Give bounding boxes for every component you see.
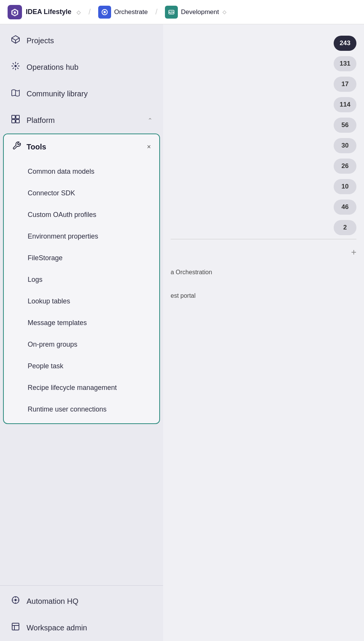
svg-point-6: [14, 65, 17, 67]
separator-1: /: [88, 8, 91, 16]
badge-56: 56: [334, 118, 356, 133]
content-area: 243 131 17 114 56 30 26 10: [163, 24, 364, 641]
tools-label: Tools: [27, 143, 141, 151]
workspace-admin-icon: [11, 622, 20, 633]
brand-chevron-icon: ◇: [77, 9, 81, 15]
content-divider: [171, 239, 356, 239]
main-layout: Projects Operations hub Community lib: [0, 24, 364, 641]
submenu-item-runtime-user-connections[interactable]: Runtime user connections: [7, 399, 159, 420]
orchestrate-label: Orchestrate: [114, 8, 148, 16]
orchestration-label-1: a Orchestration: [171, 269, 356, 276]
sidebar-item-platform[interactable]: Platform ⌃: [0, 107, 163, 134]
badge-17: 17: [334, 77, 356, 92]
badge-131: 131: [334, 56, 356, 71]
orchestration-labels: a Orchestration est portal: [171, 265, 356, 299]
community-library-icon: [11, 88, 20, 99]
tools-section: Tools × Common data models Connector SDK…: [3, 134, 160, 424]
badge-10: 10: [334, 179, 356, 194]
operations-hub-icon: [11, 61, 20, 73]
submenu-item-logs[interactable]: Logs: [7, 269, 159, 291]
badge-114: 114: [334, 97, 356, 112]
development-icon: [165, 6, 178, 19]
svg-point-2: [14, 11, 16, 14]
svg-rect-9: [12, 119, 15, 123]
topbar: IDEA Lifestyle ◇ / Orchestrate / Develop…: [0, 0, 364, 24]
badge-243: 243: [334, 36, 356, 51]
sidebar-divider: [0, 585, 163, 586]
tools-close-icon[interactable]: ×: [147, 143, 151, 151]
development-label: Development: [181, 8, 219, 16]
sidebar-item-workspace-admin[interactable]: Workspace admin: [0, 614, 163, 641]
development-section[interactable]: Development ◇: [165, 6, 226, 19]
projects-icon: [11, 35, 20, 46]
submenu-item-lookup-tables[interactable]: Lookup tables: [7, 291, 159, 312]
submenu-item-recipe-lifecycle[interactable]: Recipe lifecycle management: [7, 377, 159, 399]
svg-point-4: [104, 11, 106, 13]
submenu-item-custom-oauth-profiles[interactable]: Custom OAuth profiles: [7, 204, 159, 226]
svg-point-12: [14, 599, 17, 601]
sidebar-item-projects[interactable]: Projects: [0, 27, 163, 54]
automation-hq-icon: [11, 595, 20, 607]
tools-icon: [12, 141, 21, 152]
svg-rect-8: [16, 115, 19, 119]
platform-chevron-icon: ⌃: [147, 117, 152, 124]
projects-label: Projects: [27, 36, 54, 45]
community-library-label: Community library: [27, 90, 88, 98]
badge-list: 243 131 17 114 56 30 26 10: [171, 32, 356, 235]
badge-2: 2: [334, 220, 356, 235]
platform-icon: [11, 115, 20, 126]
platform-label: Platform: [27, 116, 55, 125]
submenu-item-common-data-models[interactable]: Common data models: [7, 161, 159, 182]
add-button[interactable]: +: [351, 247, 356, 258]
sidebar-item-operations-hub[interactable]: Operations hub: [0, 54, 163, 80]
operations-hub-label: Operations hub: [27, 63, 78, 72]
submenu-item-message-templates[interactable]: Message templates: [7, 312, 159, 334]
sidebar-item-automation-hq[interactable]: Automation HQ: [0, 588, 163, 614]
submenu-item-environment-properties[interactable]: Environment properties: [7, 226, 159, 247]
submenu-item-connector-sdk[interactable]: Connector SDK: [7, 182, 159, 204]
submenu-item-people-task[interactable]: People task: [7, 355, 159, 377]
automation-hq-label: Automation HQ: [27, 597, 78, 606]
brand-name: IDEA Lifestyle: [26, 8, 71, 16]
sidebar-item-community-library[interactable]: Community library: [0, 80, 163, 107]
badge-26: 26: [334, 159, 356, 174]
sidebar: Projects Operations hub Community lib: [0, 24, 163, 641]
tools-submenu: Common data models Connector SDK Custom …: [4, 159, 159, 423]
svg-rect-7: [12, 115, 15, 119]
svg-rect-10: [16, 119, 19, 123]
brand-section[interactable]: IDEA Lifestyle ◇: [8, 5, 81, 19]
brand-icon: [8, 5, 22, 19]
orchestrate-section[interactable]: Orchestrate: [98, 6, 148, 19]
badge-30: 30: [334, 138, 356, 153]
separator-2: /: [155, 8, 158, 16]
submenu-item-filestorage[interactable]: FileStorage: [7, 247, 159, 269]
development-chevron-icon: ◇: [223, 9, 226, 15]
workspace-admin-label: Workspace admin: [27, 624, 87, 632]
tools-header[interactable]: Tools ×: [4, 134, 159, 159]
orchestration-label-2: est portal: [171, 292, 356, 299]
svg-rect-13: [12, 623, 19, 630]
submenu-item-on-prem-groups[interactable]: On-prem groups: [7, 334, 159, 355]
badge-46: 46: [334, 200, 356, 215]
orchestrate-icon: [98, 6, 111, 19]
